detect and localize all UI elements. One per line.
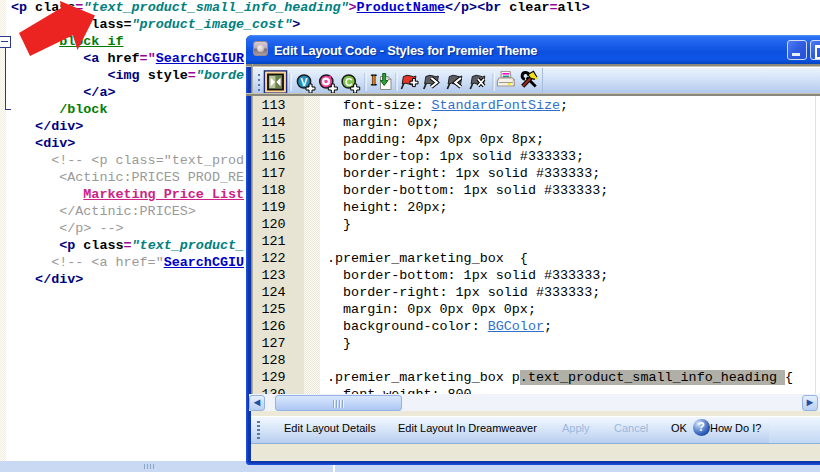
svg-text:V: V xyxy=(300,75,307,87)
svg-text:I: I xyxy=(371,71,377,87)
svg-text:C: C xyxy=(345,75,353,87)
